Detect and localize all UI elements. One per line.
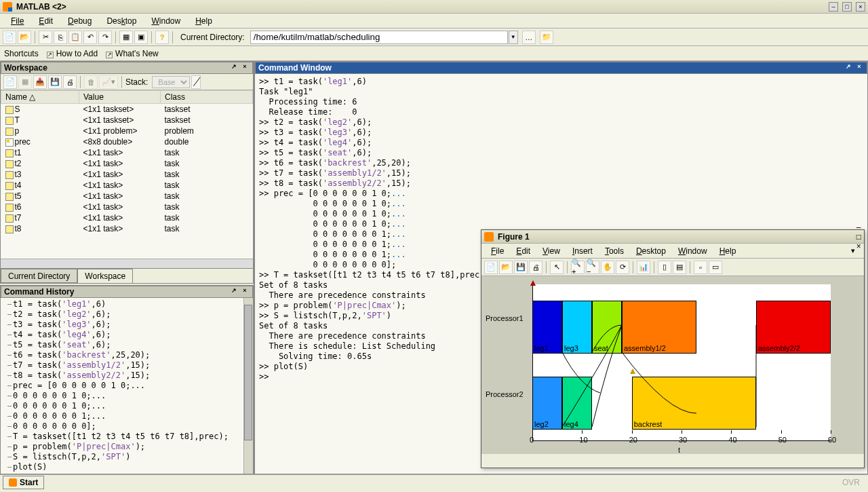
workspace-h-scrollbar[interactable] [1,259,253,268]
guide-icon[interactable]: ▣ [134,31,148,44]
print-icon[interactable]: 🖨 [63,75,77,89]
menu-edit[interactable]: Edit [32,15,60,27]
figure-titlebar[interactable]: Figure 1 – □ × [481,230,864,244]
browse-directory-icon[interactable]: … [522,31,536,44]
cmdwin-close-icon[interactable]: × [854,63,864,73]
stack-dropdown[interactable]: Base [152,76,190,88]
history-line[interactable]: t2 = task('leg2',6); [3,309,250,320]
table-row[interactable]: t6<1x1 task>task [1,202,253,212]
fig-menu-edit[interactable]: Edit [511,245,536,257]
table-row[interactable]: t4<1x1 task>task [1,180,253,191]
figure-maximize-button[interactable]: □ [856,232,861,242]
fig-show-icon[interactable]: ▭ [709,261,722,274]
cmdhist-v-scrollbar[interactable] [243,298,253,474]
start-button[interactable]: Start [3,476,44,489]
gantt-task-leg2[interactable]: leg2 [532,377,562,430]
fig-menu-desktop[interactable]: Desktop [631,245,671,257]
help-icon[interactable]: ? [155,31,169,44]
gantt-task-leg1[interactable]: leg1 [532,301,562,354]
figure-axes[interactable]: leg1leg3seatassembly1/2assembly2/2leg2le… [532,284,831,441]
cut-icon[interactable]: ✂ [39,31,52,44]
fig-open-icon[interactable]: 📂 [499,261,513,274]
cmdhist-scroll-thumb[interactable] [244,305,252,440]
fig-menu-window[interactable]: Window [673,245,713,257]
minimize-button[interactable]: – [829,2,838,12]
figure-window[interactable]: Figure 1 – □ × File Edit View Insert Too… [481,229,865,468]
table-row[interactable]: t8<1x1 task>task [1,223,253,234]
fig-new-icon[interactable]: 📄 [484,261,498,274]
menu-desktop[interactable]: Desktop [100,15,143,27]
directory-dropdown-icon[interactable]: ▼ [509,31,518,44]
gantt-task-assembly2/2[interactable]: assembly2/2 [756,301,831,354]
fig-pointer-icon[interactable]: ↖ [550,261,564,274]
fig-hide-icon[interactable]: ▫ [694,261,707,274]
menu-window[interactable]: Window [144,15,187,27]
history-line[interactable]: 0 0 0 0 0 0 0 0]; [3,421,250,432]
fig-menu-file[interactable]: File [486,245,509,257]
history-line[interactable]: 0 0 0 0 0 0 1 0;... [3,391,250,401]
fig-legend-icon[interactable]: ▤ [673,261,686,274]
table-row[interactable]: p<1x1 problem>problem [1,126,253,136]
stack-button[interactable]: ╱ [191,75,201,89]
workspace-close-icon[interactable]: × [240,63,250,73]
menu-debug[interactable]: Debug [61,15,98,27]
import-data-icon[interactable]: 📥 [33,75,47,89]
ws-col-name[interactable]: Name △ [1,91,79,104]
history-line[interactable]: 0 0 0 0 0 0 1 0;... [3,401,250,411]
new-file-icon[interactable]: 📄 [3,31,16,44]
history-line[interactable]: plot(S) [3,462,250,472]
maximize-button[interactable]: □ [842,2,852,12]
current-directory-input[interactable] [250,31,508,44]
shortcuts-link[interactable]: Shortcuts [4,49,39,58]
history-line[interactable]: t6 = task('backrest',25,20); [3,350,250,360]
fig-menu-view[interactable]: View [537,245,566,257]
redo-icon[interactable]: ↷ [98,31,112,44]
fig-datacursor-icon[interactable]: 📊 [637,261,650,274]
command-history-content[interactable]: t1 = task('leg1',6)t2 = task('leg2',6);t… [1,298,253,474]
workspace-table[interactable]: Name △ Value Class S<1x1 taskset>taskset… [1,90,253,259]
history-line[interactable]: t7 = task('assembly1/2',15); [3,360,250,371]
fig-pan-icon[interactable]: ✋ [601,261,614,274]
menu-file[interactable]: File [4,15,31,27]
table-row[interactable]: S<1x1 taskset>taskset [1,104,253,115]
gantt-task-assembly1/2[interactable]: assembly1/2 [622,301,696,354]
open-file-icon[interactable]: 📂 [18,31,31,44]
table-row[interactable]: T<1x1 taskset>taskset [1,115,253,126]
gantt-task-leg4[interactable]: leg4 [562,377,592,430]
fig-menu-chevron-icon[interactable]: ▾ [846,244,860,258]
fig-menu-help[interactable]: Help [714,245,742,257]
table-row[interactable]: t2<1x1 task>task [1,158,253,169]
history-line[interactable]: t4 = task('leg4',6); [3,330,250,340]
open-var-icon[interactable]: ▦ [18,75,32,89]
ws-col-class[interactable]: Class [161,91,253,104]
tab-workspace[interactable]: Workspace [77,269,133,283]
fig-zoomin-icon[interactable]: 🔍+ [571,261,585,274]
gantt-task-seat[interactable]: seat [592,301,622,354]
fig-zoomout-icon[interactable]: 🔍− [586,261,599,274]
workspace-undock-icon[interactable]: ↗ [229,63,239,73]
history-line[interactable]: S = listsch(T,p,2,'SPT') [3,452,250,462]
fig-print-icon[interactable]: 🖨 [529,261,542,274]
fig-menu-insert[interactable]: Insert [567,245,598,257]
history-line[interactable]: t1 = task('leg1',6) [3,299,250,309]
tab-current-directory[interactable]: Current Directory [1,269,77,283]
fig-rotate-icon[interactable]: ⟳ [616,261,629,274]
plot-var-icon[interactable]: 📈▾ [99,75,118,89]
table-row[interactable]: t7<1x1 task>task [1,212,253,223]
how-to-add-link[interactable]: ↗How to Add [47,49,98,58]
history-line[interactable]: 0 0 0 0 0 0 0 1;... [3,411,250,421]
table-row[interactable]: prec<8x8 double>double [1,136,253,147]
table-row[interactable]: t1<1x1 task>task [1,147,253,158]
up-directory-icon[interactable]: 📁 [540,31,553,44]
history-line[interactable]: p = problem('P|prec|Cmax'); [3,442,250,452]
cmdwin-undock-icon[interactable]: ↗ [844,63,853,73]
figure-minimize-button[interactable]: – [856,223,861,232]
fig-colorbar-icon[interactable]: ▯ [658,261,671,274]
save-workspace-icon[interactable]: 💾 [48,75,62,89]
history-line[interactable]: t8 = task('assembly2/2',15); [3,371,250,381]
fig-save-icon[interactable]: 💾 [514,261,528,274]
history-line[interactable]: t3 = task('leg3',6); [3,320,250,330]
undo-icon[interactable]: ↶ [83,31,97,44]
history-line[interactable]: t5 = task('seat',6); [3,340,250,350]
ws-col-value[interactable]: Value [79,91,161,104]
